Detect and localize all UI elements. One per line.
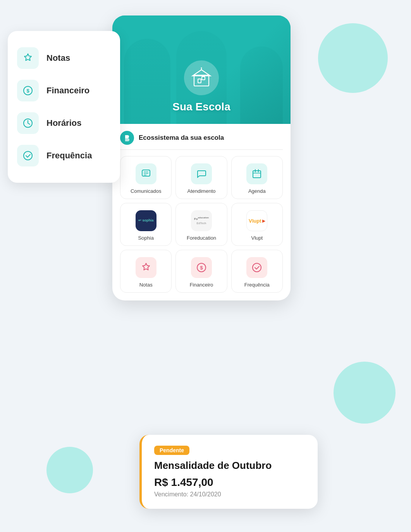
frequencia-app-icon xyxy=(246,257,267,278)
app-item-vlupt[interactable]: Vlupt▶Vlupt xyxy=(231,203,283,246)
svg-rect-8 xyxy=(202,77,205,80)
sidebar-item-horarios[interactable]: Horários xyxy=(17,107,111,139)
pending-badge: Pendente xyxy=(154,446,189,455)
sidebar-item-frequencia[interactable]: Frequência xyxy=(17,139,111,172)
vlupt-label: Vlupt xyxy=(251,235,263,241)
ecosystem-section: Ecossistema da sua escola ComunicadosAte… xyxy=(112,124,291,300)
horarios-label: Horários xyxy=(46,118,81,128)
frequencia-app-label: Frequência xyxy=(244,282,270,288)
svg-point-5 xyxy=(24,151,32,160)
horarios-icon xyxy=(17,112,39,134)
app-item-sophia[interactable]: ↩ sophiaSophia xyxy=(120,203,172,246)
school-header: Sua Escola xyxy=(112,15,291,124)
payment-title: Mensalidade de Outubro xyxy=(154,460,305,472)
sidebar-item-financeiro[interactable]: $Financeiro xyxy=(17,74,111,107)
svg-point-11 xyxy=(201,67,202,69)
sidebar-item-notas[interactable]: Notas xyxy=(17,42,111,74)
side-menu: Notas$FinanceiroHoráriosFrequência xyxy=(8,31,120,183)
decorative-blob-bottom-right xyxy=(334,362,396,424)
ecosystem-brand-icon xyxy=(120,131,134,145)
school-icon-circle xyxy=(184,60,219,95)
financeiro-icon: $ xyxy=(17,80,39,101)
app-item-comunicados[interactable]: Comunicados xyxy=(120,156,172,199)
comunicados-icon xyxy=(136,163,156,184)
svg-text:$: $ xyxy=(26,88,29,94)
sophia-icon: ↩ sophia xyxy=(136,210,156,231)
sophia-label: Sophia xyxy=(138,235,153,241)
payment-due-value: 24/10/2020 xyxy=(190,491,221,498)
atendimento-label: Atendimento xyxy=(187,188,215,194)
app-item-atendimento[interactable]: Atendimento xyxy=(175,156,227,199)
svg-text:$: $ xyxy=(200,265,203,271)
school-name: Sua Escola xyxy=(172,101,230,113)
notas-label: Notas xyxy=(46,53,70,63)
svg-rect-17 xyxy=(253,171,261,178)
app-item-frequencia-app[interactable]: Frequência xyxy=(231,250,283,293)
foreducation-icon: FoeducationEdTech xyxy=(191,210,212,231)
agenda-icon xyxy=(246,163,267,184)
agenda-label: Agenda xyxy=(248,188,266,194)
notas-label: Notas xyxy=(139,282,153,288)
ecosystem-title: Ecossistema da sua escola xyxy=(139,134,224,142)
svg-line-4 xyxy=(28,123,30,124)
frequencia-icon xyxy=(17,145,39,166)
app-item-notas[interactable]: Notas xyxy=(120,250,172,293)
decorative-blob-top-right xyxy=(318,23,388,93)
comunicados-label: Comunicados xyxy=(131,188,162,194)
svg-rect-7 xyxy=(198,79,201,83)
payment-amount: R$ 1.457,00 xyxy=(154,476,305,489)
app-item-foreducation[interactable]: FoeducationEdTechForeducation xyxy=(175,203,227,246)
notas-icon xyxy=(136,257,156,278)
app-item-financeiro-app[interactable]: $Financeiro xyxy=(175,250,227,293)
payment-card: Pendente Mensalidade de Outubro R$ 1.457… xyxy=(139,435,318,509)
school-building-icon xyxy=(191,67,212,88)
app-grid: ComunicadosAtendimentoAgenda↩ sophiaSoph… xyxy=(120,156,283,293)
atendimento-icon xyxy=(191,163,212,184)
notas-icon xyxy=(17,47,39,69)
financeiro-label: Financeiro xyxy=(46,86,89,96)
payment-due-date: Vencimento: 24/10/2020 xyxy=(154,491,305,498)
svg-point-23 xyxy=(253,263,261,272)
main-app-card: Sua Escola Ecossistema da sua escola Com… xyxy=(112,15,291,300)
payment-due-label: Vencimento: xyxy=(154,491,188,498)
ecosystem-header: Ecossistema da sua escola xyxy=(120,124,283,150)
financeiro-app-icon: $ xyxy=(191,257,212,278)
app-item-agenda[interactable]: Agenda xyxy=(231,156,283,199)
vlupt-icon: Vlupt▶ xyxy=(246,210,267,231)
frequencia-label: Frequência xyxy=(46,151,92,161)
foreducation-label: Foreducation xyxy=(187,235,216,241)
financeiro-app-label: Financeiro xyxy=(190,282,213,288)
decorative-blob-bottom-left xyxy=(46,447,93,493)
brand-b-icon xyxy=(123,134,131,142)
